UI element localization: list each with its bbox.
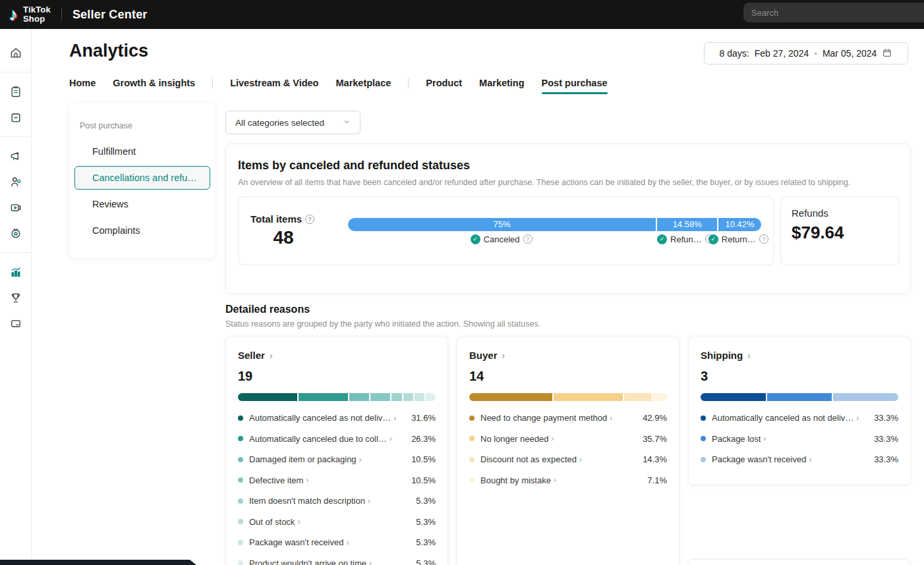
- tab-marketing[interactable]: Marketing: [479, 78, 525, 94]
- reason-row[interactable]: Automatically canceled as not deliv…›31.…: [238, 413, 436, 423]
- reason-row[interactable]: Damaged item or packaging›10.5%: [238, 454, 436, 464]
- tab-marketplace[interactable]: Marketplace: [335, 78, 391, 94]
- help-icon[interactable]: ?: [305, 215, 314, 224]
- subnav-item-complaints[interactable]: Complaints: [74, 219, 210, 242]
- subnav-item-cancellations[interactable]: Cancellations and refu…: [74, 166, 210, 190]
- reason-row[interactable]: Out of stock›5.3%: [238, 517, 436, 527]
- reason-row[interactable]: No longer needed›35.7%: [469, 434, 667, 444]
- tab-divider: [408, 78, 409, 89]
- products-icon[interactable]: [8, 109, 24, 125]
- chevron-right-icon: ›: [306, 475, 308, 485]
- reason-row[interactable]: Automatically canceled due to coll…›26.3…: [238, 434, 436, 444]
- category-dropdown[interactable]: All categories selected: [225, 111, 361, 134]
- reason-row[interactable]: Item doesn't match description›5.3%: [238, 496, 436, 506]
- group-bar-segment: [370, 393, 390, 401]
- help-icon[interactable]: ?: [523, 234, 533, 244]
- canceled-refunded-card: Items by canceled and refunded statuses …: [225, 144, 911, 294]
- finance-icon[interactable]: [8, 315, 24, 331]
- page-title: Analytics: [69, 41, 148, 61]
- group-distribution-bar: [238, 393, 436, 401]
- group-bar-segment: [426, 393, 436, 401]
- reason-row[interactable]: Need to change payment method›42.9%: [469, 413, 667, 423]
- global-search[interactable]: [743, 3, 924, 22]
- status-segment-return: 10.42%: [718, 218, 761, 231]
- tab-growth-insights[interactable]: Growth & insights: [113, 78, 195, 94]
- group-bar-segment: [349, 393, 369, 401]
- livestream-icon[interactable]: [8, 200, 24, 215]
- tab-livestream-video[interactable]: Livestream & Video: [230, 78, 318, 94]
- none-group-card: None›12: [688, 559, 911, 565]
- shipping-group-card: Shipping›3Automatically canceled as not …: [688, 336, 911, 485]
- tab-product[interactable]: Product: [426, 78, 462, 94]
- subnav-item-fulfillment[interactable]: Fulfillment: [74, 140, 210, 163]
- group-title[interactable]: Seller›: [238, 350, 436, 361]
- top-navigation-bar: ♪ TikTok Shop Seller Center: [0, 0, 924, 29]
- reason-row[interactable]: Package wasn't received›33.3%: [701, 454, 898, 464]
- reason-dot: [238, 519, 243, 524]
- status-check-icon[interactable]: ✓: [657, 234, 667, 244]
- tab-home[interactable]: Home: [69, 78, 96, 94]
- group-bar-segment: [238, 393, 297, 401]
- reason-label: Automatically canceled as not deliv…: [712, 413, 853, 423]
- reason-percentage: 33.3%: [874, 454, 898, 464]
- group-distribution-bar: [701, 393, 898, 401]
- marketing-icon[interactable]: [8, 148, 24, 164]
- reason-dot: [238, 416, 243, 421]
- chevron-right-icon: ›: [809, 455, 811, 464]
- group-title[interactable]: Buyer›: [469, 350, 667, 361]
- date-range-picker[interactable]: 8 days: Feb 27, 2024 - Mar 05, 2024: [704, 42, 908, 65]
- reason-percentage: 35.7%: [643, 434, 667, 444]
- chevron-right-icon: ›: [368, 497, 370, 506]
- reason-percentage: 31.6%: [411, 413, 436, 423]
- reason-label: Package wasn't received: [712, 454, 806, 464]
- window-edge-strip: [0, 560, 190, 565]
- reason-label: Package lost: [712, 434, 761, 444]
- reason-label: Item doesn't match description: [249, 496, 365, 506]
- group-title-label: Buyer: [469, 350, 498, 361]
- status-distribution-bar: 75%14.58%10.42%: [348, 218, 761, 231]
- reason-percentage: 5.3%: [416, 537, 436, 547]
- reason-row[interactable]: Discount not as expected›14.3%: [469, 454, 667, 464]
- total-items-block: Total items ? 48: [250, 213, 337, 248]
- brand-text: TikTok Shop: [23, 5, 51, 23]
- reason-row[interactable]: Automatically canceled as not deliv…›33.…: [701, 413, 898, 423]
- group-bar-segment: [833, 393, 898, 401]
- analytics-icon[interactable]: [8, 264, 24, 280]
- affiliates-icon[interactable]: [8, 174, 24, 190]
- detailed-reasons-description: Status reasons are grouped by the party …: [225, 319, 540, 329]
- help-icon[interactable]: ?: [759, 234, 768, 244]
- search-input[interactable]: [751, 8, 916, 18]
- reason-row[interactable]: Package wasn't received›5.3%: [238, 537, 436, 547]
- reason-row[interactable]: Bought by mistake›7.1%: [469, 475, 667, 485]
- overview-row: Total items ? 48 75%14.58%10.42% ✓Cancel…: [238, 196, 900, 265]
- status-check-icon[interactable]: ✓: [708, 234, 718, 244]
- reason-dot: [238, 560, 243, 565]
- tiktok-shop-logo[interactable]: ♪ TikTok Shop: [9, 5, 51, 23]
- tab-post-purchase[interactable]: Post purchase: [542, 78, 608, 94]
- subnav-item-reviews[interactable]: Reviews: [74, 192, 210, 216]
- chevron-right-icon: ›: [393, 414, 396, 423]
- chevron-right-icon: ›: [579, 455, 582, 464]
- group-bar-segment: [767, 393, 832, 401]
- reason-groups: Seller›19Automatically canceled as not d…: [225, 336, 911, 565]
- group-title[interactable]: Shipping›: [701, 350, 898, 361]
- chevron-right-icon: ›: [856, 414, 859, 423]
- legend-label: Canceled: [484, 234, 520, 244]
- analytics-tabs: Home Growth & insights Livestream & Vide…: [69, 76, 608, 95]
- home-icon[interactable]: [8, 45, 24, 61]
- reason-label: Damaged item or packaging: [249, 454, 357, 464]
- category-dropdown-value: All categories selected: [235, 118, 324, 128]
- shop-icon[interactable]: [8, 225, 24, 241]
- reason-percentage: 10.5%: [411, 475, 436, 485]
- reason-dot: [701, 436, 706, 441]
- group-bar-segment: [554, 393, 623, 401]
- group-distribution-bar: [469, 393, 667, 401]
- reason-row[interactable]: Product wouldn't arrive on time›5.3%: [238, 558, 436, 565]
- competition-icon[interactable]: [8, 290, 24, 306]
- reason-row[interactable]: Package lost›33.3%: [701, 434, 898, 444]
- reason-row[interactable]: Defective item›10.5%: [238, 475, 436, 485]
- reason-percentage: 42.9%: [643, 413, 667, 423]
- status-check-icon[interactable]: ✓: [471, 234, 480, 244]
- orders-icon[interactable]: [8, 84, 24, 99]
- group-bar-segment: [299, 393, 348, 401]
